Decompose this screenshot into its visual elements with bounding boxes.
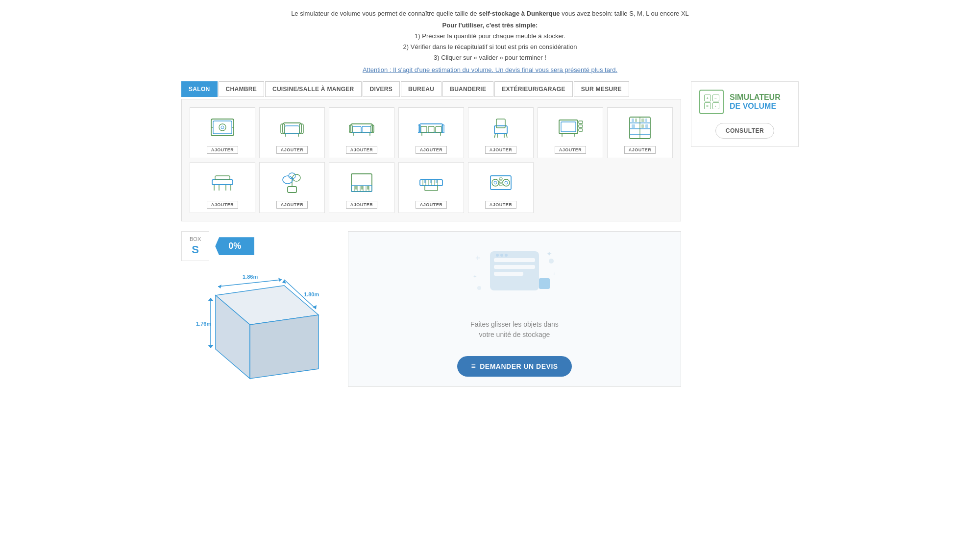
svg-point-3 — [221, 126, 224, 129]
svg-point-90 — [503, 179, 510, 186]
bottom-section: BOX S 0% — [181, 231, 681, 403]
furniture-item-hifi: AJOUTER — [468, 162, 534, 213]
svg-point-122 — [549, 259, 554, 264]
tab-buanderie[interactable]: BUANDERIE — [442, 81, 493, 97]
svg-point-88 — [492, 179, 499, 186]
warning-text: Attention : Il s'agit d'une estimation d… — [181, 66, 799, 73]
svg-line-98 — [218, 280, 282, 287]
svg-text:1.80m: 1.80m — [304, 291, 319, 297]
svg-rect-57 — [215, 176, 230, 180]
tab-cuisine[interactable]: CUISINE/SALLE À MANGER — [265, 81, 362, 97]
devis-icon: ≡ — [471, 362, 476, 371]
svg-line-30 — [506, 134, 507, 138]
svg-rect-94 — [499, 184, 502, 186]
svg-rect-52 — [212, 180, 233, 185]
canape2-icon — [347, 113, 376, 142]
svg-rect-0 — [211, 119, 234, 136]
svg-point-2 — [219, 124, 226, 131]
svg-rect-34 — [561, 122, 576, 132]
svg-rect-111 — [494, 258, 535, 262]
tab-sur-mesure[interactable]: SUR MESURE — [574, 81, 629, 97]
svg-point-116 — [505, 254, 508, 257]
furniture-item-chaise: AJOUTER — [468, 107, 534, 158]
tablebasse-icon — [208, 168, 237, 197]
svg-rect-110 — [490, 251, 539, 290]
svg-rect-48 — [645, 119, 647, 122]
svg-point-115 — [500, 254, 503, 257]
svg-marker-99 — [218, 285, 221, 288]
meubletv-icon — [556, 113, 585, 142]
instructions: Pour l'utiliser, c'est très simple: 1) P… — [181, 20, 799, 63]
ajouter-hifi[interactable]: AJOUTER — [485, 201, 517, 209]
piano-icon — [347, 168, 376, 197]
furniture-item-piano: AJOUTER — [329, 162, 394, 213]
svg-rect-22 — [436, 126, 441, 133]
tab-exterieur[interactable]: EXTÉRIEUR/GARAGE — [494, 81, 572, 97]
svg-rect-93 — [499, 181, 502, 183]
ajouter-piano[interactable]: AJOUTER — [346, 201, 378, 209]
plante-icon — [277, 168, 307, 197]
ajouter-canape3[interactable]: AJOUTER — [416, 146, 447, 154]
svg-marker-97 — [250, 315, 318, 379]
furniture-area: AJOUTER — [181, 99, 681, 221]
svg-text:✦: ✦ — [473, 274, 477, 279]
svg-point-89 — [494, 181, 497, 184]
svg-text:1.86m: 1.86m — [243, 274, 258, 280]
cube-svg: 1.86m 1.80m 1.76m — [186, 266, 333, 393]
devis-button[interactable]: ≡ DEMANDER UN DEVIS — [457, 356, 571, 377]
svg-rect-82 — [430, 180, 432, 183]
svg-rect-112 — [494, 265, 535, 269]
svg-rect-6 — [283, 123, 301, 134]
category-tabs: SALON CHAMBRE CUISINE/SALLE À MANGER DIV… — [181, 81, 681, 98]
drop-text: Faites glisser les objets dans votre uni… — [470, 319, 559, 340]
svg-rect-14 — [362, 126, 371, 133]
svg-rect-45 — [632, 119, 634, 122]
sim-title: SIMULATEUR DE VOLUME — [730, 93, 781, 111]
ajouter-meubletv[interactable]: AJOUTER — [555, 146, 587, 154]
furniture-item-canape3: AJOUTER — [398, 107, 464, 158]
ajouter-canape2[interactable]: AJOUTER — [346, 146, 378, 154]
svg-rect-1 — [213, 121, 232, 134]
svg-point-123 — [477, 286, 481, 290]
drop-zone: + ✦ ✦ + Faites glisser les objets da — [348, 231, 681, 387]
tab-bureau[interactable]: BUREAU — [401, 81, 441, 97]
tab-chambre[interactable]: CHAMBRE — [219, 81, 264, 97]
hifi-icon — [486, 168, 515, 197]
ajouter-chaise[interactable]: AJOUTER — [485, 146, 517, 154]
svg-rect-92 — [499, 178, 502, 180]
furniture-item-piano-num: AJOUTER — [398, 162, 464, 213]
piano-num-icon — [416, 168, 446, 197]
furniture-item-meubletv: AJOUTER — [538, 107, 603, 158]
svg-marker-107 — [208, 298, 214, 301]
furniture-item-canape2: AJOUTER — [329, 107, 394, 158]
ajouter-tapis[interactable]: AJOUTER — [207, 146, 239, 154]
ajouter-bibliotheque[interactable]: AJOUTER — [624, 146, 656, 154]
svg-point-114 — [496, 254, 499, 257]
svg-rect-47 — [641, 119, 644, 122]
svg-rect-28 — [496, 119, 505, 128]
svg-rect-50 — [641, 124, 644, 128]
tab-salon[interactable]: SALON — [181, 81, 218, 97]
tab-divers[interactable]: DIVERS — [363, 81, 400, 97]
svg-text:+: + — [553, 271, 556, 277]
svg-marker-103 — [313, 305, 317, 309]
svg-rect-58 — [288, 187, 296, 192]
drop-illustration: + ✦ ✦ + — [466, 241, 564, 311]
ajouter-fauteuil[interactable]: AJOUTER — [276, 146, 308, 154]
furniture-item-tablebasse: AJOUTER — [190, 162, 255, 213]
ajouter-tablebasse[interactable]: AJOUTER — [207, 201, 239, 209]
box-label: BOX S — [181, 231, 209, 261]
svg-rect-113 — [494, 272, 523, 276]
svg-rect-49 — [632, 124, 635, 128]
ajouter-piano-num[interactable]: AJOUTER — [416, 201, 447, 209]
sim-icon: + − × ÷ — [699, 90, 724, 114]
svg-rect-73 — [367, 186, 369, 190]
consulter-button[interactable]: CONSULTER — [715, 123, 774, 139]
svg-line-29 — [494, 134, 495, 138]
svg-marker-104 — [282, 280, 286, 284]
storage-unit-display: BOX S 0% — [181, 231, 338, 403]
furniture-item-fauteuil: AJOUTER — [259, 107, 325, 158]
svg-rect-83 — [436, 180, 438, 183]
ajouter-plante[interactable]: AJOUTER — [276, 201, 308, 209]
furniture-item-bibliotheque: AJOUTER — [607, 107, 673, 158]
